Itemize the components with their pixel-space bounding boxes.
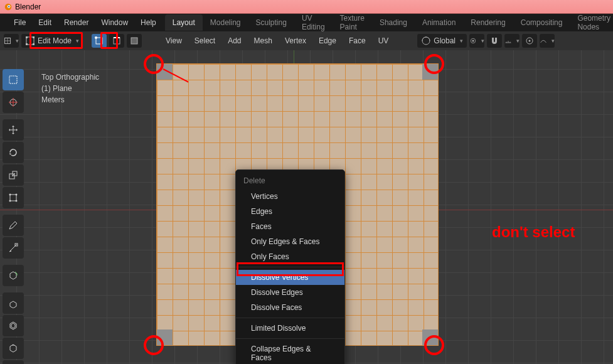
falloff-icon [540, 36, 547, 46]
proportional-icon [525, 36, 535, 46]
menu-help[interactable]: Help [134, 16, 163, 29]
header-face-menu[interactable]: Face [344, 36, 371, 45]
context-menu-separator [236, 318, 344, 318]
ctx-item-faces[interactable]: Faces [236, 219, 344, 234]
mesh-plane-corner [422, 329, 438, 345]
edge-mode-icon [112, 36, 122, 46]
snap-dropdown[interactable]: ▾ [504, 34, 520, 48]
viewport-info-overlay: Top Orthographic (1) Plane Meters [41, 72, 99, 105]
svg-rect-14 [96, 38, 102, 44]
menu-window[interactable]: Window [95, 16, 134, 29]
editor-type-icon [4, 36, 11, 46]
svg-point-2 [8, 6, 9, 7]
editor-type-dropdown[interactable]: ▾ [4, 34, 19, 48]
chevron-down-icon: ▾ [516, 38, 520, 44]
ctx-item-dissolve-vertices[interactable]: Dissolve Vertices [236, 270, 344, 285]
snap-increment-icon [504, 36, 512, 46]
tool-transform[interactable] [3, 187, 24, 208]
context-menu-title: Delete [236, 174, 344, 189]
tool-add-cube[interactable] [3, 265, 24, 286]
window-title: Blender [15, 3, 41, 11]
vertex-mode-icon [94, 36, 104, 46]
tab-shading[interactable]: Shading [372, 14, 415, 31]
ctx-item-collapse-edges-faces[interactable]: Collapse Edges & Faces [236, 341, 344, 364]
svg-rect-10 [26, 36, 28, 38]
menu-edit[interactable]: Edit [32, 16, 58, 29]
mesh-plane-corner [157, 64, 173, 80]
vertex-select-mode[interactable] [92, 34, 107, 48]
blender-logo-icon [4, 3, 13, 11]
ctx-item-dissolve-faces[interactable]: Dissolve Faces [236, 300, 344, 315]
face-mode-icon [129, 36, 139, 46]
toolbar [3, 69, 25, 364]
svg-point-42 [16, 200, 18, 202]
mode-dropdown[interactable]: Edit Mode ▾ [21, 34, 83, 48]
ctx-item-limited-dissolve[interactable]: Limited Dissolve [236, 321, 344, 336]
tab-sculpting[interactable]: Sculpting [248, 14, 294, 31]
header-select-menu[interactable]: Select [189, 36, 220, 45]
snap-toggle[interactable] [487, 34, 502, 48]
context-menu-separator [236, 338, 344, 339]
svg-rect-13 [33, 43, 35, 45]
tool-loop-cut[interactable] [3, 360, 24, 364]
orientation-label: Global [434, 36, 456, 45]
3d-view-header: ▾ Edit Mode ▾ View Select Add Mesh Verte… [0, 31, 613, 50]
tool-annotate[interactable] [3, 215, 24, 236]
edge-select-mode[interactable] [109, 34, 124, 48]
chevron-down-icon: ▾ [552, 38, 555, 44]
menu-file[interactable]: File [8, 16, 32, 29]
3d-viewport[interactable]: Top Orthographic (1) Plane Meters Delete… [0, 50, 613, 364]
face-select-mode[interactable] [127, 34, 142, 48]
tool-move[interactable] [3, 119, 24, 141]
annotation-text: don't select [492, 223, 575, 241]
tool-measure[interactable] [3, 237, 24, 259]
pivot-dropdown[interactable]: ▾ [469, 34, 484, 48]
tab-layout[interactable]: Layout [165, 14, 203, 31]
edit-mode-icon [25, 36, 35, 46]
svg-rect-18 [131, 38, 137, 44]
tab-animation[interactable]: Animation [415, 14, 463, 31]
svg-rect-12 [26, 43, 28, 45]
proportional-toggle[interactable] [522, 34, 537, 48]
header-view-menu[interactable]: View [161, 36, 187, 45]
ctx-item-only-edges-faces[interactable]: Only Edges & Faces [236, 234, 344, 249]
tool-bevel[interactable] [3, 338, 24, 359]
proportional-falloff[interactable]: ▾ [540, 34, 555, 48]
tab-rendering[interactable]: Rendering [463, 14, 513, 31]
chevron-down-icon: ▾ [76, 38, 79, 44]
tab-compositing[interactable]: Compositing [513, 14, 570, 31]
ctx-item-vertices[interactable]: Vertices [236, 189, 344, 204]
orientation-dropdown[interactable]: Global ▾ [417, 34, 467, 48]
svg-rect-38 [10, 195, 16, 201]
magnet-icon [489, 36, 499, 46]
chevron-down-icon: ▾ [460, 38, 463, 44]
svg-point-20 [472, 40, 474, 42]
tool-rotate[interactable] [3, 142, 24, 163]
info-object-name: (1) Plane [41, 83, 99, 94]
tool-inset[interactable] [3, 315, 24, 336]
svg-point-40 [16, 194, 18, 196]
info-units: Meters [41, 94, 99, 105]
ctx-item-edges[interactable]: Edges [236, 204, 344, 219]
tool-extrude[interactable] [3, 292, 24, 314]
header-edge-menu[interactable]: Edge [314, 36, 341, 45]
tab-modeling[interactable]: Modeling [203, 14, 248, 31]
context-menu-separator [236, 267, 344, 267]
mode-label: Edit Mode [38, 36, 72, 45]
tool-select-box[interactable] [3, 69, 24, 90]
svg-point-27 [529, 40, 531, 42]
ctx-item-dissolve-edges[interactable]: Dissolve Edges [236, 285, 344, 300]
svg-point-39 [9, 194, 11, 196]
header-mesh-menu[interactable]: Mesh [249, 36, 277, 45]
tool-scale[interactable] [3, 164, 24, 186]
header-vertex-menu[interactable]: Vertex [280, 36, 311, 45]
top-menu-bar: File Edit Render Window Help Layout Mode… [0, 14, 613, 31]
tool-cursor[interactable] [3, 92, 24, 113]
menu-render[interactable]: Render [58, 16, 95, 29]
header-add-menu[interactable]: Add [223, 36, 246, 45]
header-uv-menu[interactable]: UV [373, 36, 394, 45]
svg-point-41 [9, 200, 11, 202]
ctx-item-only-faces[interactable]: Only Faces [236, 249, 344, 264]
orientation-icon [421, 36, 431, 46]
delete-context-menu: Delete Vertices Edges Faces Only Edges &… [235, 169, 345, 364]
